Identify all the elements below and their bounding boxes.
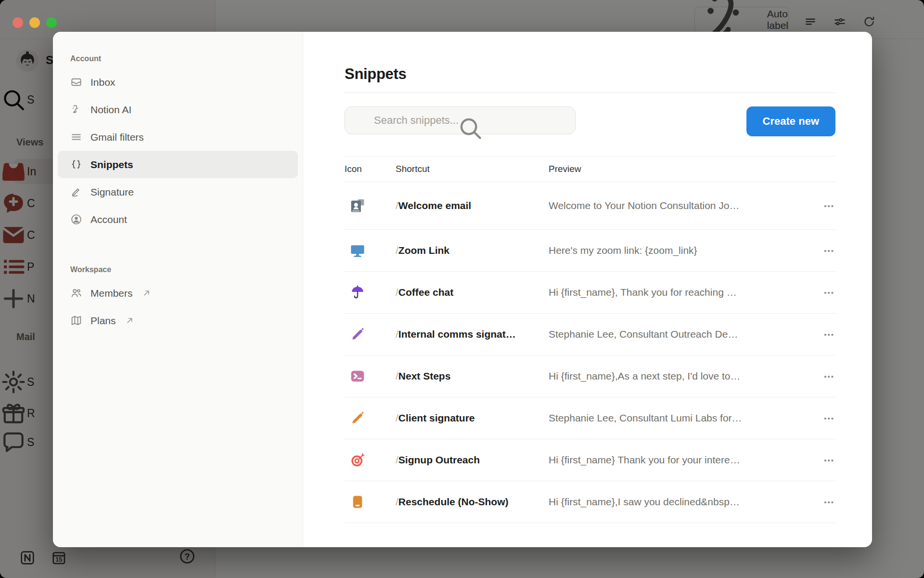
more-options-button[interactable]: •••: [823, 328, 835, 342]
shortcut-name: Signup Outreach: [398, 454, 480, 465]
snippets-page: Snippets Create new Icon Shortcut Previe…: [303, 32, 872, 547]
people-icon: [70, 287, 82, 299]
more-options-button[interactable]: •••: [823, 286, 835, 300]
snippet-row[interactable]: /Internal comms signat…Stephanie Lee, Co…: [345, 314, 835, 355]
snippet-row[interactable]: /Client signatureStephanie Lee, Consulta…: [345, 397, 835, 439]
umbrella-icon: [350, 285, 365, 300]
settings-sidebar: AccountInboxNotion AIGmail filtersSnippe…: [53, 32, 303, 547]
create-new-button[interactable]: Create new: [746, 106, 835, 136]
page-title: Snippets: [345, 66, 835, 83]
snippet-row[interactable]: /Coffee chatHi {first_name}, Thank you f…: [345, 272, 835, 314]
sidebar-item-inbox[interactable]: Inbox: [58, 68, 298, 96]
snippet-row[interactable]: /Next StepsHi {first_name},As a next ste…: [345, 355, 835, 397]
close-window-button[interactable]: [13, 17, 23, 28]
table-row-partial: [345, 523, 835, 547]
snippet-row[interactable]: /Welcome emailWelcome to Your Notion Con…: [345, 182, 835, 230]
desktop: Inbox Auto label S S Views InCCPN Mail S…: [0, 0, 924, 578]
window-controls: [13, 17, 57, 28]
person-circle-icon: [70, 213, 82, 225]
more-options-button[interactable]: •••: [823, 495, 835, 509]
sidebar-item-gmail-filters[interactable]: Gmail filters: [58, 123, 298, 151]
monitor-icon: [350, 243, 365, 258]
sidebar-item-label: Plans: [90, 315, 116, 327]
sidebar-item-label: Signature: [90, 186, 134, 198]
zoom-window-button[interactable]: [46, 17, 57, 28]
sidebar-item-label: Gmail filters: [90, 131, 144, 143]
map-icon: [70, 315, 82, 327]
minimize-window-button[interactable]: [29, 17, 40, 28]
snippet-preview: Hi {first_name},I saw you declined&nbsp…: [549, 496, 740, 507]
more-options-button[interactable]: •••: [823, 411, 835, 425]
pen-icon: [350, 410, 365, 426]
settings-modal: AccountInboxNotion AIGmail filtersSnippe…: [53, 32, 872, 547]
sidebar-item-members[interactable]: Members: [58, 279, 298, 307]
shortcut-name: Next Steps: [398, 370, 451, 381]
header-icon: Icon: [345, 164, 396, 174]
sidebar-item-label: Inbox: [90, 77, 115, 88]
snippet-row[interactable]: /Signup OutreachHi {first_name} Thank yo…: [345, 439, 835, 481]
shortcut-name: Internal comms signat…: [398, 328, 516, 340]
header-preview: Preview: [549, 164, 811, 174]
contact-card-icon: [350, 198, 365, 213]
shortcut-name: Client signature: [398, 412, 475, 423]
pen-icon: [350, 327, 365, 342]
sidebar-item-label: Account: [90, 214, 127, 225]
snippet-preview: Hi {first_name}, Thank you for reaching …: [549, 287, 737, 298]
shortcut-name: Zoom Link: [398, 245, 449, 256]
shortcut-name: Reschedule (No-Show): [398, 496, 509, 507]
snippet-preview: Hi {first_name} Thank you for your inter…: [549, 454, 740, 465]
snippet-row[interactable]: /Zoom LinkHere's my zoom link: {zoom_lin…: [345, 230, 835, 272]
header-shortcut: Shortcut: [396, 164, 549, 174]
sidebar-section-title: Workspace: [53, 260, 303, 279]
signature-pen-icon: [70, 186, 82, 198]
more-options-button[interactable]: •••: [823, 199, 835, 213]
snippet-preview: Here's my zoom link: {zoom_link}: [549, 245, 697, 256]
braces-icon: [70, 158, 82, 171]
shortcut-name: Welcome email: [398, 200, 471, 211]
sidebar-item-label: Members: [90, 288, 133, 299]
sidebar-section-title: Account: [53, 49, 303, 68]
sidebar-item-account[interactable]: Account: [58, 206, 298, 233]
terminal-icon: [350, 368, 365, 384]
more-options-button[interactable]: •••: [823, 369, 835, 383]
sidebar-item-notion-ai[interactable]: Notion AI: [58, 96, 298, 123]
more-options-button[interactable]: •••: [823, 453, 835, 467]
notion-ai-icon: [70, 104, 82, 116]
sidebar-item-plans[interactable]: Plans: [58, 307, 298, 334]
snippets-table: /Welcome emailWelcome to Your Notion Con…: [345, 182, 835, 523]
sidebar-item-snippets[interactable]: Snippets: [58, 151, 298, 178]
snippet-preview: Welcome to Your Notion Consultation Jo…: [549, 200, 740, 211]
shortcut-name: Coffee chat: [398, 287, 453, 298]
snippet-preview: Stephanie Lee, Consultant Lumi Labs for…: [549, 412, 742, 423]
sidebar-item-signature[interactable]: Signature: [58, 178, 298, 206]
external-link-icon: [142, 289, 151, 298]
sidebar-item-label: Snippets: [90, 159, 133, 171]
more-options-button[interactable]: •••: [823, 244, 835, 258]
snippet-preview: Hi {first_name},As a next step, I'd love…: [549, 370, 741, 381]
snippet-row[interactable]: /Reschedule (No-Show)Hi {first_name},I s…: [345, 481, 835, 523]
target-icon: [350, 452, 365, 468]
notebook-icon: [350, 494, 365, 510]
table-header: Icon Shortcut Preview: [345, 156, 835, 182]
snippet-preview: Stephanie Lee, Consultant Outreach De…: [549, 328, 738, 340]
title-divider: [345, 92, 835, 93]
filter-lines-icon: [70, 131, 82, 143]
external-link-icon: [125, 316, 134, 325]
inbox-tray-icon: [70, 76, 82, 88]
sidebar-item-label: Notion AI: [90, 104, 131, 116]
